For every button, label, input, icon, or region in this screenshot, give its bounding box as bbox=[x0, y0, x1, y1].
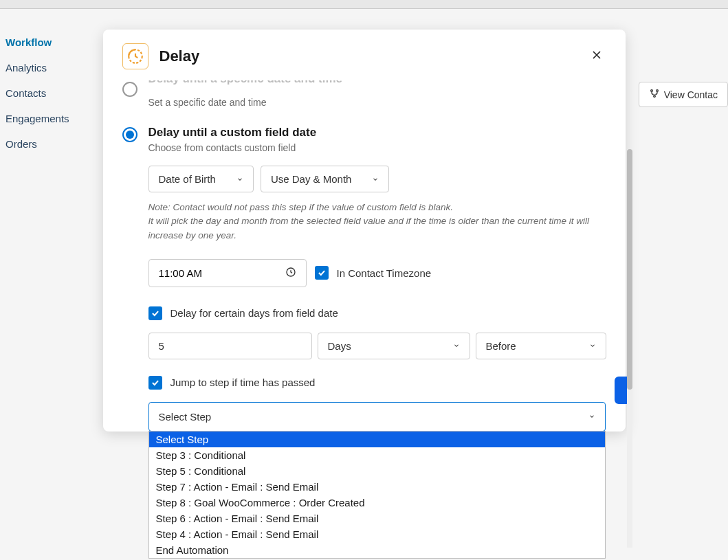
dropdown-option[interactable]: Step 3 : Conditional bbox=[149, 447, 605, 463]
jump-step-checkbox[interactable] bbox=[148, 376, 162, 390]
option-desc: Set a specific date and time bbox=[148, 97, 606, 108]
date-mode-select[interactable]: Use Day & Month bbox=[261, 166, 390, 192]
chevron-down-icon bbox=[236, 176, 243, 183]
select-value: Before bbox=[486, 340, 516, 352]
chevron-down-icon bbox=[589, 342, 596, 349]
time-input[interactable]: 11:00 AM bbox=[148, 259, 307, 287]
select-placeholder: Select Step bbox=[159, 411, 212, 423]
chevron-down-icon bbox=[372, 176, 379, 183]
chevron-down-icon bbox=[453, 342, 460, 349]
save-button-edge[interactable] bbox=[615, 377, 627, 404]
dropdown-option[interactable]: Step 5 : Conditional bbox=[149, 463, 605, 479]
radio-unselected[interactable] bbox=[122, 82, 137, 97]
dropdown-option[interactable]: End Automation bbox=[149, 542, 605, 558]
select-value: Days bbox=[328, 340, 351, 352]
time-value: 11:00 AM bbox=[159, 267, 202, 279]
timezone-checkbox[interactable] bbox=[315, 266, 329, 280]
chevron-down-icon bbox=[588, 413, 595, 420]
option-title: Delay until a custom field date bbox=[148, 126, 606, 139]
dropdown-option[interactable]: Step 6 : Action - Email : Send Email bbox=[149, 511, 605, 526]
option-desc: Choose from contacts custom field bbox=[148, 142, 606, 153]
radio-selected[interactable] bbox=[122, 127, 137, 142]
jump-step-label: Jump to step if time has passed bbox=[170, 377, 316, 388]
custom-field-select[interactable]: Date of Birth bbox=[148, 166, 254, 192]
delay-icon bbox=[122, 43, 148, 69]
step-dropdown-list: Select Step Step 3 : Conditional Step 5 … bbox=[148, 431, 606, 559]
select-value: Date of Birth bbox=[159, 173, 216, 185]
close-button[interactable] bbox=[587, 45, 606, 67]
jump-step-select[interactable]: Select Step bbox=[148, 402, 606, 432]
modal-overlay: Delay Delay until a specific date and ti… bbox=[0, 9, 728, 560]
dropdown-option[interactable]: Step 4 : Action - Email : Send Email bbox=[149, 526, 605, 542]
delay-modal: Delay Delay until a specific date and ti… bbox=[103, 30, 626, 432]
dropdown-option[interactable]: Step 8 : Goal WooCommerce : Order Create… bbox=[149, 495, 605, 511]
modal-title: Delay bbox=[159, 47, 587, 65]
option-title: Delay until a specific date and time bbox=[148, 80, 606, 86]
days-count-input[interactable]: 5 bbox=[148, 333, 312, 359]
note-text: Note: Contact would not pass this step i… bbox=[148, 201, 606, 243]
dropdown-option[interactable]: Step 7 : Action - Email : Send Email bbox=[149, 479, 605, 495]
days-unit-select[interactable]: Days bbox=[318, 333, 470, 359]
delay-days-checkbox[interactable] bbox=[148, 306, 162, 320]
option-specific-date[interactable]: Delay until a specific date and time Set… bbox=[122, 80, 606, 108]
delay-days-label: Delay for certain days from field date bbox=[170, 307, 338, 319]
select-value: Use Day & Month bbox=[271, 173, 352, 185]
option-custom-field[interactable]: Delay until a custom field date Choose f… bbox=[122, 126, 606, 153]
dropdown-option[interactable]: Select Step bbox=[149, 432, 605, 447]
clock-icon bbox=[285, 267, 296, 280]
timezone-label: In Contact Timezone bbox=[337, 267, 432, 279]
scrollbar-thumb[interactable] bbox=[627, 149, 632, 390]
days-direction-select[interactable]: Before bbox=[476, 333, 606, 359]
